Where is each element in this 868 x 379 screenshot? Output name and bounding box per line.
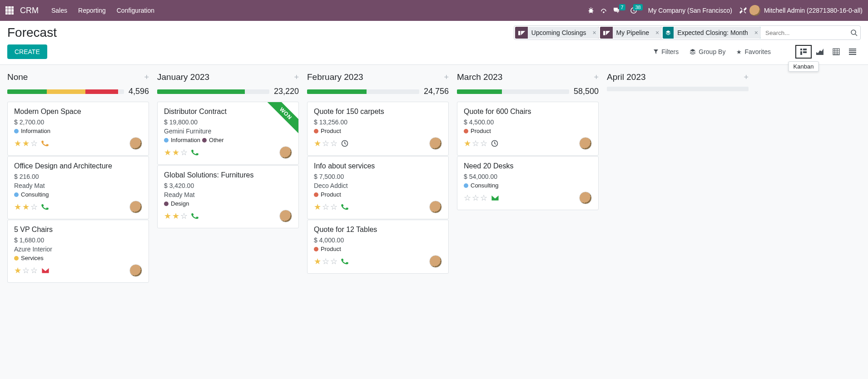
- star-icon: ★: [22, 138, 30, 148]
- kanban-card[interactable]: Quote for 150 carpets$ 13,256.00Product★…: [307, 102, 449, 156]
- activities-icon[interactable]: 38: [630, 7, 637, 14]
- search-input[interactable]: [762, 28, 846, 38]
- phone-icon[interactable]: [41, 203, 50, 212]
- kanban-card[interactable]: Quote for 600 Chairs$ 4,500.00Product★☆☆: [457, 102, 599, 156]
- kanban-card[interactable]: Quote for 12 Tables$ 4,000.00Product★☆☆: [307, 220, 449, 274]
- avatar-icon[interactable]: [429, 137, 442, 150]
- funnel-icon: ▮◤: [515, 27, 528, 39]
- tools-icon[interactable]: [739, 7, 747, 14]
- facet-remove-0[interactable]: ×: [590, 27, 599, 39]
- kanban-card[interactable]: 5 VP Chairs$ 1,680.00Azure InteriorServi…: [7, 220, 149, 283]
- filters-button[interactable]: Filters: [653, 48, 679, 55]
- column-title[interactable]: January 2023: [157, 72, 209, 82]
- priority-stars[interactable]: ★☆☆: [464, 138, 487, 148]
- column-add-button[interactable]: +: [294, 73, 299, 82]
- tag[interactable]: Consulting: [464, 182, 498, 189]
- column-title[interactable]: None: [7, 72, 28, 82]
- avatar-icon[interactable]: [129, 264, 142, 277]
- column-add-button[interactable]: +: [144, 73, 149, 82]
- kanban-card[interactable]: Office Design and Architecture$ 216.00Re…: [7, 156, 149, 219]
- priority-stars[interactable]: ★☆☆: [314, 138, 337, 148]
- avatar-icon[interactable]: [279, 146, 292, 159]
- groupby-button[interactable]: Group By: [689, 48, 725, 55]
- column-add-button[interactable]: +: [594, 73, 599, 82]
- avatar-icon[interactable]: [129, 137, 142, 150]
- phone-icon[interactable]: [41, 139, 50, 148]
- phone-icon[interactable]: [191, 212, 199, 221]
- avatar-icon[interactable]: [129, 201, 142, 213]
- priority-stars[interactable]: ★★☆: [164, 211, 188, 221]
- tag[interactable]: Services: [14, 255, 44, 261]
- star-icon: ★: [314, 138, 321, 148]
- column-progress-bar[interactable]: [607, 87, 749, 91]
- filter-facet-1[interactable]: ▮◤ My Pipeline ×: [600, 27, 662, 39]
- app-brand[interactable]: CRM: [20, 6, 39, 15]
- search-bar[interactable]: ▮◤ Upcoming Closings × ▮◤ My Pipeline × …: [514, 25, 861, 40]
- tag[interactable]: Product: [314, 128, 341, 134]
- clock-icon[interactable]: [341, 140, 348, 147]
- priority-stars[interactable]: ☆☆☆: [464, 193, 487, 203]
- tag[interactable]: Design: [164, 200, 189, 207]
- tag[interactable]: Product: [314, 191, 341, 198]
- search-icon[interactable]: [850, 29, 858, 36]
- kanban-card[interactable]: Modern Open Space$ 2,700.00Information★★…: [7, 102, 149, 156]
- debug-icon[interactable]: [587, 7, 595, 14]
- star-icon: ☆: [480, 193, 487, 203]
- card-title: Quote for 150 carpets: [314, 108, 442, 116]
- phone-icon[interactable]: [191, 148, 199, 157]
- priority-stars[interactable]: ★☆☆: [314, 202, 337, 212]
- view-kanban-button[interactable]: Kanban: [795, 45, 812, 59]
- kanban-card[interactable]: WONDistributor Contract$ 19,800.00Gemini…: [157, 102, 299, 165]
- priority-stars[interactable]: ★☆☆: [314, 256, 337, 266]
- mail-icon[interactable]: [491, 195, 499, 201]
- messages-icon[interactable]: 7: [613, 7, 620, 14]
- menu-configuration[interactable]: Configuration: [117, 7, 154, 14]
- menu-sales[interactable]: Sales: [51, 7, 67, 14]
- column-title[interactable]: March 2023: [457, 72, 502, 82]
- avatar-icon[interactable]: [579, 137, 592, 150]
- create-button[interactable]: CREATE: [7, 44, 47, 59]
- view-graph-button[interactable]: [812, 45, 828, 59]
- column-progress-bar[interactable]: [307, 89, 419, 94]
- mail-icon[interactable]: [41, 267, 50, 274]
- kanban-card[interactable]: Need 20 Desks$ 54,000.00Consulting☆☆☆: [457, 156, 599, 210]
- tag[interactable]: Other: [202, 137, 224, 143]
- avatar-icon[interactable]: [429, 201, 442, 213]
- phone-icon[interactable]: [341, 203, 349, 212]
- kanban-card[interactable]: Info about services$ 7,500.00Deco Addict…: [307, 156, 449, 219]
- clock-icon[interactable]: [491, 140, 498, 147]
- column-title[interactable]: February 2023: [307, 72, 363, 82]
- priority-stars[interactable]: ★★☆: [14, 138, 38, 148]
- column-add-button[interactable]: +: [744, 73, 749, 82]
- group-facet-0[interactable]: Expected Closing: Month ×: [663, 27, 761, 39]
- column-add-button[interactable]: +: [444, 73, 449, 82]
- avatar-icon[interactable]: [279, 210, 292, 222]
- tag[interactable]: Consulting: [14, 191, 49, 198]
- column-progress-bar[interactable]: [7, 89, 124, 94]
- filter-facet-0[interactable]: ▮◤ Upcoming Closings ×: [515, 27, 599, 39]
- priority-stars[interactable]: ★★☆: [14, 202, 38, 212]
- column-title[interactable]: April 2023: [607, 72, 646, 82]
- apps-menu-icon[interactable]: [5, 6, 14, 15]
- avatar-icon[interactable]: [429, 255, 442, 268]
- tag[interactable]: Product: [464, 128, 491, 134]
- avatar-icon[interactable]: [579, 192, 592, 204]
- facet-remove-2[interactable]: ×: [752, 27, 761, 39]
- tag[interactable]: Information: [164, 137, 200, 143]
- user-menu[interactable]: Mitchell Admin (22871380-16-0-all): [749, 5, 863, 16]
- tag[interactable]: Product: [314, 246, 341, 252]
- priority-stars[interactable]: ★★☆: [164, 148, 188, 158]
- view-pivot-button[interactable]: [828, 45, 844, 59]
- tag[interactable]: Information: [14, 128, 50, 134]
- favorites-button[interactable]: ★ Favorites: [736, 48, 771, 55]
- column-progress-bar[interactable]: [457, 89, 569, 94]
- priority-stars[interactable]: ★☆☆: [14, 266, 38, 276]
- kanban-card[interactable]: Global Solutions: Furnitures$ 3,420.00Re…: [157, 165, 299, 228]
- column-progress-bar[interactable]: [157, 89, 269, 94]
- phone-icon[interactable]: [341, 257, 349, 266]
- systray-icon-1[interactable]: [600, 7, 607, 14]
- company-selector[interactable]: My Company (San Francisco): [648, 7, 732, 14]
- facet-remove-1[interactable]: ×: [653, 27, 662, 39]
- menu-reporting[interactable]: Reporting: [78, 7, 106, 14]
- view-list-button[interactable]: [844, 45, 861, 59]
